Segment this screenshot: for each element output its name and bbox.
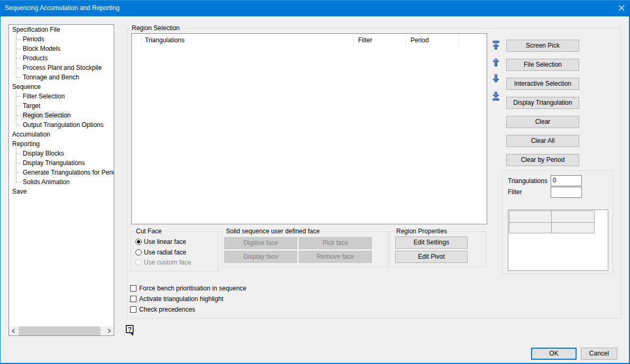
- svg-text:?: ?: [127, 325, 132, 333]
